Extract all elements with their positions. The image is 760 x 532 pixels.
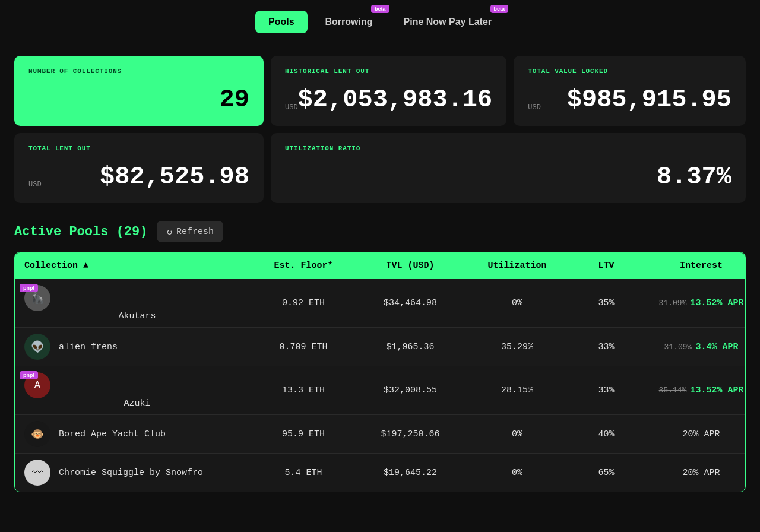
table-row[interactable]: pnpl A Azuki 13.3 ETH $32,008.55 28.15% … — [15, 366, 745, 415]
tvl-label: TOTAL VALUE LOCKED — [528, 68, 732, 75]
tvl-usd: USD — [528, 103, 541, 112]
interest-cell: 31.09% 3.4% APR — [642, 342, 746, 352]
table-row[interactable]: 🐵 Bored Ape Yacht Club 95.9 ETH $197,250… — [15, 415, 745, 454]
col-utilization: Utilization — [464, 261, 571, 271]
total-lent-usd: USD — [28, 180, 42, 189]
utilization-cell: 0% — [464, 468, 571, 478]
interest-main: 20% APR — [682, 429, 720, 439]
collection-name: alien frens — [59, 342, 118, 352]
pnpl-tab[interactable]: Pine Now Pay Later beta — [391, 11, 505, 33]
interest-main: 20% APR — [682, 468, 720, 478]
interest-outer-cell: 31.09% 3.4% APR — [642, 342, 746, 352]
collection-cell: 🐵 Bored Ape Yacht Club — [24, 421, 250, 447]
pnpl-beta-badge: beta — [490, 5, 509, 13]
tvl-card: TOTAL VALUE LOCKED USD $985,915.95 — [514, 56, 746, 126]
ltv-cell: 40% — [571, 429, 642, 439]
ltv-cell: 33% — [571, 385, 642, 395]
interest-outer-cell: 31.09% 13.52% APR — [642, 298, 746, 308]
avatar: 👽 — [24, 334, 50, 360]
borrowing-beta-badge: beta — [371, 5, 390, 13]
pools-header: Active Pools (29) ↻ Refresh — [0, 215, 760, 252]
refresh-button[interactable]: ↻ Refresh — [157, 221, 223, 242]
utilization-cell: 28.15% — [464, 385, 571, 395]
ltv-cell: 35% — [571, 298, 642, 308]
collections-label: NUMBER OF COLLECTIONS — [28, 68, 249, 75]
collection-name: Bored Ape Yacht Club — [59, 429, 166, 439]
historical-lent-label: HISTORICAL LENT OUT — [285, 68, 492, 75]
collection-cell: A Azuki — [24, 372, 250, 408]
table-row[interactable]: 〰 Chromie Squiggle by Snowfro 5.4 ETH $1… — [15, 454, 745, 492]
interest-main: 13.52% APR — [690, 385, 743, 395]
collection-cell: 👽 alien frens — [24, 334, 250, 360]
utilization-card: UTILIZATION RATIO 8.37% — [271, 133, 746, 203]
floor-cell: 0.92 ETH — [250, 298, 357, 308]
historical-lent-card: HISTORICAL LENT OUT USD $2,053,983.16 — [271, 56, 506, 126]
floor-cell: 0.709 ETH — [250, 342, 357, 352]
table-row[interactable]: pnpl 🦍 Akutars 0.92 ETH $34,464.98 0% 35… — [15, 279, 745, 328]
collection-name: Azuki — [124, 398, 150, 408]
tvl-cell: $34,464.98 — [357, 298, 464, 308]
total-lent-card: TOTAL LENT OUT USD $82,525.98 — [14, 133, 264, 203]
tvl-cell: $1,965.36 — [357, 342, 464, 352]
interest-strike: 31.09% — [659, 299, 687, 308]
interest-main: 13.52% APR — [690, 298, 743, 308]
tvl-value: $985,915.95 — [567, 86, 732, 114]
pools-table: Collection ▲ Est. Floor* TVL (USD) Utili… — [14, 252, 746, 492]
collection-cell: 🦍 Akutars — [24, 285, 250, 321]
interest-outer-cell: 20% APR — [642, 468, 746, 478]
utilization-value: 8.37% — [285, 163, 732, 191]
tvl-cell: $19,645.22 — [357, 468, 464, 478]
total-lent-label: TOTAL LENT OUT — [28, 145, 249, 152]
utilization-label: UTILIZATION RATIO — [285, 145, 732, 152]
table-body: pnpl 🦍 Akutars 0.92 ETH $34,464.98 0% 35… — [15, 279, 745, 492]
historical-lent-usd: USD — [285, 103, 298, 112]
col-interest: Interest — [642, 261, 746, 271]
navigation: Pools Borrowing beta Pine Now Pay Later … — [0, 0, 760, 44]
utilization-cell: 0% — [464, 429, 571, 439]
floor-cell: 13.3 ETH — [250, 385, 357, 395]
collections-value: 29 — [28, 86, 249, 114]
table-header: Collection ▲ Est. Floor* TVL (USD) Utili… — [15, 252, 745, 279]
col-tvl: TVL (USD) — [357, 261, 464, 271]
col-floor: Est. Floor* — [250, 261, 357, 271]
interest-strike: 35.14% — [659, 386, 687, 395]
table-row[interactable]: 👽 alien frens 0.709 ETH $1,965.36 35.29%… — [15, 328, 745, 366]
interest-main: 3.4% APR — [695, 342, 738, 352]
ltv-cell: 33% — [571, 342, 642, 352]
pnpl-badge: pnpl — [20, 371, 38, 379]
pools-tab[interactable]: Pools — [255, 11, 308, 33]
interest-cell: 35.14% 13.52% APR — [642, 385, 746, 395]
avatar: 〰 — [24, 460, 50, 486]
interest-cell: 20% APR — [642, 468, 746, 478]
tvl-cell: $197,250.66 — [357, 429, 464, 439]
pools-title: Active Pools (29) — [14, 224, 147, 239]
collection-name: Akutars — [118, 311, 156, 321]
tvl-cell: $32,008.55 — [357, 385, 464, 395]
interest-strike: 31.09% — [664, 343, 692, 352]
pnpl-badge: pnpl — [20, 284, 38, 292]
interest-cell: 31.09% 13.52% APR — [642, 298, 746, 308]
utilization-cell: 35.29% — [464, 342, 571, 352]
interest-cell: 20% APR — [642, 429, 746, 439]
utilization-cell: 0% — [464, 298, 571, 308]
floor-cell: 5.4 ETH — [250, 468, 357, 478]
historical-lent-value: $2,053,983.16 — [298, 86, 493, 114]
collection-cell: 〰 Chromie Squiggle by Snowfro — [24, 460, 250, 486]
col-collection: Collection ▲ — [24, 261, 250, 271]
borrowing-tab[interactable]: Borrowing beta — [312, 11, 386, 33]
refresh-icon: ↻ — [166, 226, 172, 238]
ltv-cell: 65% — [571, 468, 642, 478]
collection-name: Chromie Squiggle by Snowfro — [59, 468, 203, 478]
total-lent-value: $82,525.98 — [100, 163, 249, 191]
stats-grid: NUMBER OF COLLECTIONS 29 HISTORICAL LENT… — [0, 44, 760, 215]
interest-outer-cell: 20% APR — [642, 429, 746, 439]
collections-card: NUMBER OF COLLECTIONS 29 — [14, 56, 264, 126]
col-ltv: LTV — [571, 261, 642, 271]
floor-cell: 95.9 ETH — [250, 429, 357, 439]
interest-outer-cell: 35.14% 13.52% APR — [642, 385, 746, 395]
avatar: 🐵 — [24, 421, 50, 447]
